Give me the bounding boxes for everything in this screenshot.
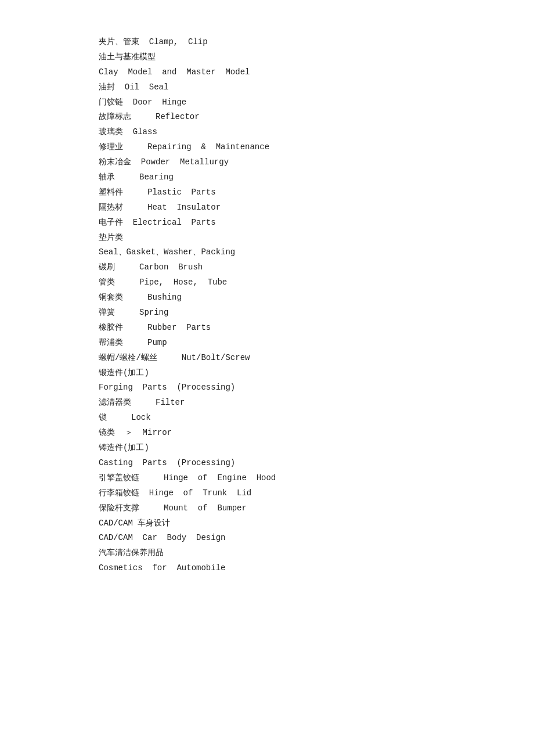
list-item: 管类 Pipe, Hose, Tube (99, 275, 435, 290)
list-item: Clay Model and Master Model (99, 65, 435, 80)
list-item: 电子件 Electrical Parts (99, 215, 435, 231)
list-item: 碳刷 Carbon Brush (99, 260, 435, 275)
list-item: 垫片类 (99, 231, 435, 246)
list-item: 行李箱铰链 Hinge of Trunk Lid (99, 486, 435, 501)
list-item: 粉末冶金 Powder Metallurgy (99, 155, 435, 170)
list-item: 轴承 Bearing (99, 170, 435, 185)
list-item: 门铰链 Door Hinge (99, 95, 435, 110)
items-list: 夹片、管束 Clamp, Clip油土与基准模型Clay Model and M… (99, 35, 435, 576)
list-item: 锁 Lock (99, 411, 435, 426)
list-item: 铸造件(加工) (99, 441, 435, 456)
list-item: 引擎盖铰链 Hinge of Engine Hood (99, 471, 435, 486)
list-item: 橡胶件 Rubber Parts (99, 321, 435, 336)
list-item: 帮浦类 Pump (99, 336, 435, 351)
list-item: 塑料件 Plastic Parts (99, 185, 435, 200)
list-item: 保险杆支撑 Mount of Bumper (99, 501, 435, 516)
list-item: CAD/CAM 车身设计 (99, 516, 435, 531)
list-item: 弹簧 Spring (99, 305, 435, 321)
list-item: 镜类 ＞ Mirror (99, 426, 435, 441)
list-item: 油封 Oil Seal (99, 80, 435, 95)
list-item: Casting Parts (Processing) (99, 456, 435, 471)
list-item: 螺帽/螺栓/螺丝 Nut/Bolt/Screw (99, 351, 435, 366)
list-item: 油土与基准模型 (99, 50, 435, 65)
list-item: 玻璃类 Glass (99, 125, 435, 140)
list-item: 夹片、管束 Clamp, Clip (99, 35, 435, 50)
list-item: CAD/CAM Car Body Design (99, 531, 435, 546)
list-item: 修理业 Repairing & Maintenance (99, 140, 435, 155)
list-item: 锻造件(加工) (99, 366, 435, 381)
list-item: 汽车清洁保养用品 (99, 546, 435, 561)
list-item: 滤清器类 Filter (99, 395, 435, 411)
list-item: 铜套类 Bushing (99, 290, 435, 305)
list-item: 故障标志 Reflector (99, 110, 435, 125)
list-item: 隔热材 Heat Insulator (99, 200, 435, 215)
list-item: Seal、Gasket、Washer、Packing (99, 245, 435, 260)
list-item: Forging Parts (Processing) (99, 380, 435, 395)
list-item: Cosmetics for Automobile (99, 561, 435, 576)
